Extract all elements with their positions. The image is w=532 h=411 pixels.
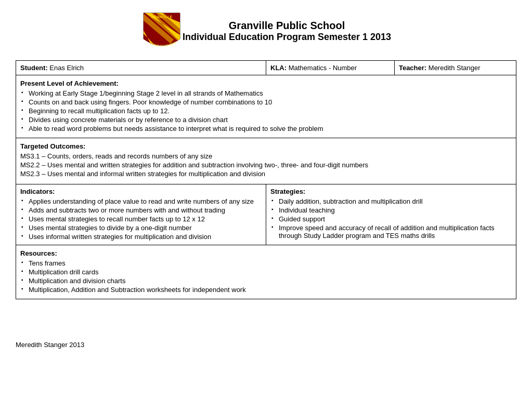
page-header: GRANVILLE STRIVE TO ACHIEVE Granville Pu…: [16, 10, 516, 52]
targeted-outcomes-row: Targeted Outcomes: MS3.1 – Counts, order…: [16, 138, 516, 184]
program-title: Individual Education Program Semester 1 …: [183, 32, 391, 43]
resources-row: Resources: Tens frames Multiplication dr…: [16, 245, 516, 299]
list-item: Working at Early Stage 1/beginning Stage…: [20, 89, 512, 97]
list-item: Uses mental strategies to recall number …: [20, 215, 262, 223]
list-item: Counts on and back using fingers. Poor k…: [20, 98, 512, 106]
svg-text:GRANVILLE: GRANVILLE: [151, 15, 173, 19]
list-item: Guided support: [270, 215, 512, 223]
resources-list: Tens frames Multiplication drill cards M…: [20, 259, 512, 294]
list-item: Beginning to recall multiplication facts…: [20, 107, 512, 115]
school-logo: GRANVILLE STRIVE TO ACHIEVE: [141, 10, 183, 52]
kla-value: Mathematics - Number: [289, 64, 357, 72]
school-title-block: Granville Public School Individual Educa…: [183, 20, 391, 43]
targeted-outcomes-item-0: MS3.1 – Counts, orders, reads and record…: [20, 152, 512, 160]
kla-label: KLA:: [270, 64, 287, 72]
list-item: Daily addition, subtraction and multipli…: [270, 197, 512, 205]
teacher-name: Meredith Stanger: [429, 64, 481, 72]
list-item: Uses mental strategies to divide by a on…: [20, 224, 262, 232]
teacher-cell: Teacher: Meredith Stanger: [394, 61, 516, 75]
info-row: Student: Enas Elrich KLA: Mathematics - …: [16, 61, 516, 75]
strategies-list: Daily addition, subtraction and multipli…: [270, 197, 512, 240]
targeted-outcomes-cell: Targeted Outcomes: MS3.1 – Counts, order…: [16, 138, 516, 184]
student-cell: Student: Enas Elrich: [16, 61, 266, 75]
student-name: Enas Elrich: [49, 64, 84, 72]
strategies-heading: Strategies:: [270, 188, 512, 195]
strategies-cell: Strategies: Daily addition, subtraction …: [266, 184, 516, 245]
indicators-heading: Indicators:: [20, 188, 262, 195]
list-item: Multiplication, Addition and Subtraction…: [20, 286, 512, 294]
targeted-outcomes-heading: Targeted Outcomes:: [20, 142, 512, 150]
present-level-cell: Present Level of Achievement: Working at…: [16, 75, 516, 138]
list-item: Adds and subtracts two or more numbers w…: [20, 206, 262, 214]
footer-text: Meredith Stanger 2013: [16, 341, 84, 349]
footer: Meredith Stanger 2013: [16, 341, 516, 349]
present-level-heading: Present Level of Achievement:: [20, 79, 512, 87]
indicators-list: Applies understanding of place value to …: [20, 197, 262, 241]
indicators-cell: Indicators: Applies understanding of pla…: [16, 184, 266, 245]
targeted-outcomes-item-2: MS2.3 – Uses mental and informal written…: [20, 170, 512, 178]
list-item: Individual teaching: [270, 206, 512, 214]
resources-heading: Resources:: [20, 249, 512, 257]
list-item: Multiplication drill cards: [20, 268, 512, 276]
list-item: Multiplication and division charts: [20, 277, 512, 285]
list-item: Uses informal written strategies for mul…: [20, 233, 262, 241]
present-level-row: Present Level of Achievement: Working at…: [16, 75, 516, 138]
school-name: Granville Public School: [183, 20, 391, 32]
list-item: Applies understanding of place value to …: [20, 197, 262, 205]
list-item: Able to read word problems but needs ass…: [20, 125, 512, 132]
teacher-label: Teacher:: [399, 64, 426, 72]
resources-cell: Resources: Tens frames Multiplication dr…: [16, 245, 516, 299]
kla-cell: KLA: Mathematics - Number: [266, 61, 395, 75]
list-item: Tens frames: [20, 259, 512, 267]
student-label: Student:: [20, 64, 48, 72]
targeted-outcomes-item-1: MS2.2 – Uses mental and written strategi…: [20, 161, 512, 169]
indicators-strategies-row: Indicators: Applies understanding of pla…: [16, 184, 516, 245]
list-item: Improve speed and accuracy of recall of …: [270, 224, 512, 240]
present-level-list: Working at Early Stage 1/beginning Stage…: [20, 89, 512, 132]
list-item: Divides using concrete materials or by r…: [20, 116, 512, 124]
main-document-table: Student: Enas Elrich KLA: Mathematics - …: [16, 60, 516, 299]
